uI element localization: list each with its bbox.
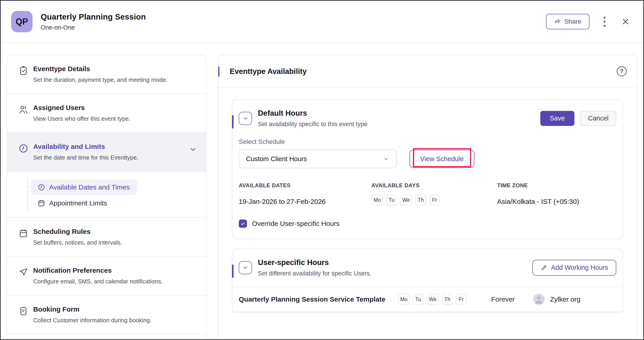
availability-subsection: Available Dates and Times Appointment Li… (7, 172, 206, 218)
share-icon (554, 18, 561, 25)
sidebar-item-description: View Users who offer this event type. (33, 115, 130, 122)
close-icon[interactable] (620, 16, 632, 27)
settings-sidebar: Eventtype Details Set the duration, paym… (7, 54, 206, 340)
save-button[interactable]: Save (540, 111, 574, 126)
users-icon (18, 104, 30, 122)
sidebar-item-notification-preferences[interactable]: Notification Preferences Configure email… (7, 257, 206, 296)
sidebar-item-label: Booking Form (33, 306, 152, 313)
send-icon (18, 267, 30, 285)
chevron-down-icon (383, 155, 390, 162)
pencil-icon (540, 264, 547, 271)
default-hours-header: Default Hours Set availability specific … (239, 109, 616, 128)
sidebar-item-booking-form[interactable]: Booking Form Collect Customer informatio… (7, 296, 206, 334)
sidebar-subitem-label: Available Dates and Times (49, 183, 130, 191)
day-chip: Mo (371, 195, 383, 205)
tree-connector-elbow (27, 177, 32, 188)
user-specific-accent-bar (232, 265, 234, 278)
add-working-hours-label: Add Working Hours (551, 264, 608, 271)
header-titles: Quarterly Planning Session One-on-One (41, 12, 146, 31)
sidebar-item-description: Set the date and time for this Eventtype… (33, 154, 138, 161)
chevron-down-icon[interactable] (189, 145, 197, 153)
override-label[interactable]: Override User-specific Hours (252, 220, 340, 228)
calendar-small-icon (37, 199, 46, 207)
section-subtitle: Set availability specific to this event … (258, 121, 368, 128)
help-icon[interactable]: ? (617, 66, 627, 76)
user-avatar (533, 294, 545, 305)
duration-value: Forever (491, 296, 533, 303)
availability-panel: Eventtype Availability ? (218, 54, 637, 340)
schedule-select[interactable]: Custom Client Hours (239, 150, 397, 168)
sidebar-item-assigned-users[interactable]: Assigned Users View Users who offer this… (7, 94, 206, 133)
view-schedule-button[interactable]: View Schedule (410, 150, 474, 168)
schedule-row: Custom Client Hours View Schedule (239, 150, 616, 168)
title-accent-bar (218, 66, 220, 77)
page-title: Quarterly Planning Session (41, 12, 146, 21)
sidebar-subitem-appointment-limits[interactable]: Appointment Limits (31, 199, 107, 207)
panel-titlebar: Eventtype Availability ? (218, 55, 637, 88)
sidebar-item-description: Collect Customer information during book… (33, 317, 152, 324)
eventtype-avatar: QP (11, 11, 32, 32)
view-schedule-wrapper: View Schedule (410, 150, 474, 168)
template-name: Quarterly Planning Session Service Templ… (239, 296, 398, 303)
panel-title: Eventtype Availability (230, 67, 307, 76)
content-area: Eventtype Details Set the duration, paym… (1, 43, 643, 340)
user-specific-header: User-specific Hours Set different availa… (239, 258, 616, 277)
availability-summary: AVAILABLE DATES 19-Jan-2026 to 27-Feb-20… (239, 182, 616, 205)
sidebar-item-label: Availability and Limits (33, 143, 138, 150)
day-chip: Tu (386, 195, 397, 205)
working-hours-row[interactable]: Quarterly Planning Session Service Templ… (232, 287, 622, 312)
clipboard-check-icon (18, 65, 30, 83)
share-label: Share (564, 18, 581, 25)
eventtype-kind: One-on-One (41, 24, 146, 31)
add-working-hours-button[interactable]: Add Working Hours (532, 260, 616, 276)
sidebar-subitem-available-dates-and-times[interactable]: Available Dates and Times (31, 180, 137, 195)
panel-body: Default Hours Set availability specific … (218, 88, 637, 313)
more-options-button[interactable] (601, 14, 608, 29)
sidebar-subitem-label: Appointment Limits (49, 199, 107, 207)
default-hours-accent-bar (232, 115, 234, 128)
cancel-button[interactable]: Cancel (580, 111, 616, 126)
default-hours-card: Default Hours Set availability specific … (232, 99, 623, 239)
available-days-label: AVAILABLE DAYS (371, 182, 497, 189)
sidebar-item-scheduling-rules[interactable]: Scheduling Rules Set buffers, notices, a… (7, 218, 206, 257)
sidebar-item-description: Set the duration, payment type, and meet… (33, 76, 168, 83)
sidebar-item-label: Assigned Users (33, 104, 130, 112)
clock-small-icon (37, 183, 46, 191)
day-chip: We (426, 294, 439, 305)
share-button[interactable]: Share (546, 14, 590, 29)
day-chip: Mo (398, 294, 410, 305)
time-zone-column: TIME ZONE Asia/Kolkata - IST (+05:30) (497, 182, 616, 205)
calendar-icon (18, 228, 30, 246)
day-chips: Mo Tu We Th Fr (398, 294, 491, 305)
sidebar-item-eventtype-details[interactable]: Eventtype Details Set the duration, paym… (7, 55, 206, 94)
section-subtitle: Set different availability for specific … (258, 270, 371, 277)
form-icon (18, 306, 30, 324)
schedule-select-value: Custom Client Hours (246, 155, 307, 163)
available-dates-label: AVAILABLE DATES (239, 182, 371, 189)
sidebar-item-description: Configure email, SMS, and calendar notif… (33, 278, 162, 285)
collapse-toggle-button[interactable] (239, 261, 252, 274)
available-days-column: AVAILABLE DAYS Mo Tu We Th Fr (371, 182, 497, 205)
collapse-toggle-button[interactable] (239, 112, 252, 125)
day-chip: Th (415, 195, 426, 205)
override-checkbox[interactable] (239, 220, 247, 228)
day-chips: Mo Tu We Th Fr (371, 195, 497, 205)
org-cell: Zylker org (533, 294, 616, 305)
time-zone-value: Asia/Kolkata - IST (+05:30) (497, 198, 616, 205)
day-chip: We (400, 195, 412, 205)
section-title: User-specific Hours (258, 258, 371, 267)
available-dates-column: AVAILABLE DATES 19-Jan-2026 to 27-Feb-20… (239, 182, 371, 205)
sidebar-item-label: Eventtype Details (33, 65, 168, 73)
sidebar-item-label: Notification Preferences (33, 267, 162, 274)
select-schedule-label: Select Schedule (239, 138, 616, 145)
sidebar-item-availability-and-limits[interactable]: Availability and Limits Set the date and… (7, 133, 206, 172)
user-specific-hours-card: User-specific Hours Set different availa… (232, 249, 623, 313)
avatar-initials: QP (16, 17, 28, 26)
day-chip: Fr (429, 195, 440, 205)
app-window: QP Quarterly Planning Session One-on-One… (0, 0, 644, 340)
override-row: Override User-specific Hours (239, 220, 616, 228)
sidebar-item-label: Scheduling Rules (33, 228, 122, 236)
sidebar-item-description: Set buffers, notices, and intervals. (33, 239, 122, 246)
time-zone-label: TIME ZONE (497, 182, 616, 189)
day-chip: Th (442, 294, 453, 305)
